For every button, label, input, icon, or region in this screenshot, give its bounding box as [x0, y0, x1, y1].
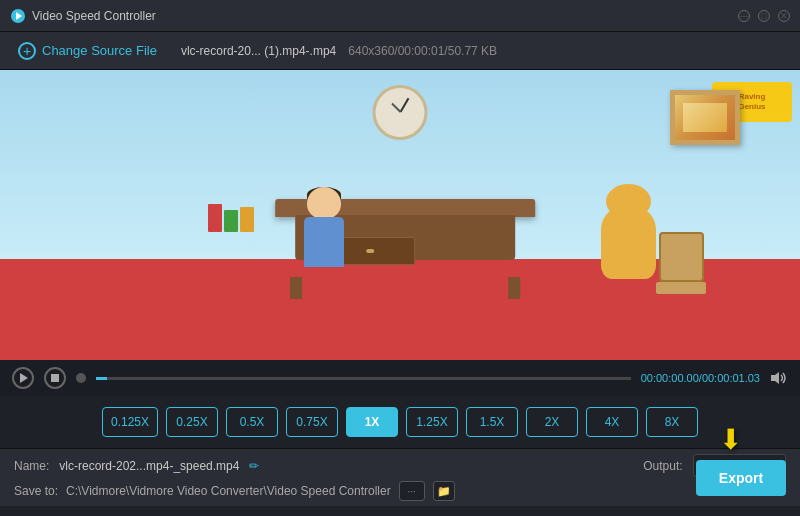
minimize-button[interactable]: —: [738, 10, 750, 22]
output-label: Output:: [643, 459, 682, 473]
desk-books: [208, 204, 254, 232]
play-icon: [20, 373, 28, 383]
volume-icon[interactable]: [770, 371, 788, 385]
save-row: Save to: C:\Vidmore\Vidmore Video Conver…: [14, 481, 786, 501]
speed-button-075x[interactable]: 0.75X: [286, 407, 338, 437]
maximize-button[interactable]: □: [758, 10, 770, 22]
export-button[interactable]: Export: [696, 460, 786, 496]
video-scene: Raving Genius: [0, 70, 800, 360]
clock-decoration: [373, 85, 428, 140]
desk-leg-left: [290, 277, 302, 299]
name-value: vlc-record-202...mp4-_speed.mp4: [59, 459, 239, 473]
save-path: C:\Vidmore\Vidmore Video Converter\Video…: [66, 484, 391, 498]
title-bar: Video Speed Controller — □ ✕: [0, 0, 800, 32]
name-label: Name:: [14, 459, 49, 473]
progress-handle[interactable]: [76, 373, 86, 383]
desk-leg-right: [508, 277, 520, 299]
speed-button-4x[interactable]: 4X: [586, 407, 638, 437]
picture-frame: [670, 90, 740, 145]
chair-back: [659, 232, 704, 282]
speed-button-125x[interactable]: 1.25X: [406, 407, 458, 437]
name-row: Name: vlc-record-202...mp4-_speed.mp4 ✏ …: [14, 454, 786, 477]
book-2: [224, 210, 238, 232]
chair-seat: [656, 282, 706, 294]
open-folder-button[interactable]: 📁: [433, 481, 455, 501]
playback-bar: 00:00:00.00/00:00:01.03: [0, 360, 800, 396]
speed-button-05x[interactable]: 0.5X: [226, 407, 278, 437]
save-label: Save to:: [14, 484, 58, 498]
edit-icon[interactable]: ✏: [249, 459, 259, 473]
export-arrow-indicator: ⬇: [719, 423, 742, 456]
app-icon: [10, 8, 26, 24]
boy-character: [304, 217, 344, 267]
boy-body: [304, 217, 344, 267]
speed-button-2x[interactable]: 2X: [526, 407, 578, 437]
play-button[interactable]: [12, 367, 34, 389]
chair: [659, 232, 704, 282]
toolbar: + Change Source File vlc-record-20... (1…: [0, 32, 800, 70]
video-area: Raving Genius: [0, 70, 800, 360]
speed-button-025x[interactable]: 0.25X: [166, 407, 218, 437]
speed-controls: 0.125X0.25X0.5X0.75X1X1.25X1.5X2X4X8X: [0, 396, 800, 448]
plus-icon: +: [18, 42, 36, 60]
dino-body: [601, 209, 656, 279]
svg-marker-2: [771, 372, 779, 384]
change-source-label: Change Source File: [42, 43, 157, 58]
dino-character: [601, 209, 656, 279]
file-name: vlc-record-20... (1).mp4-.mp4: [181, 44, 336, 58]
file-meta: 640x360/00:00:01/50.77 KB: [348, 44, 497, 58]
speed-button-1x[interactable]: 1X: [346, 407, 398, 437]
boy-head: [307, 187, 341, 219]
speed-button-8x[interactable]: 8X: [646, 407, 698, 437]
browse-button[interactable]: ···: [399, 481, 425, 501]
window-controls: — □ ✕: [738, 10, 790, 22]
progress-fill: [96, 377, 107, 380]
stop-button[interactable]: [44, 367, 66, 389]
stop-icon: [51, 374, 59, 382]
change-source-button[interactable]: + Change Source File: [10, 38, 165, 64]
close-button[interactable]: ✕: [778, 10, 790, 22]
book-3: [240, 207, 254, 232]
app-title: Video Speed Controller: [32, 9, 738, 23]
speed-button-0125x[interactable]: 0.125X: [102, 407, 158, 437]
bottom-bar: Name: vlc-record-202...mp4-_speed.mp4 ✏ …: [0, 448, 800, 506]
speed-button-15x[interactable]: 1.5X: [466, 407, 518, 437]
file-info: vlc-record-20... (1).mp4-.mp4 640x360/00…: [181, 44, 497, 58]
book-1: [208, 204, 222, 232]
progress-bar[interactable]: [96, 377, 631, 380]
time-display: 00:00:00.00/00:00:01.03: [641, 372, 760, 384]
